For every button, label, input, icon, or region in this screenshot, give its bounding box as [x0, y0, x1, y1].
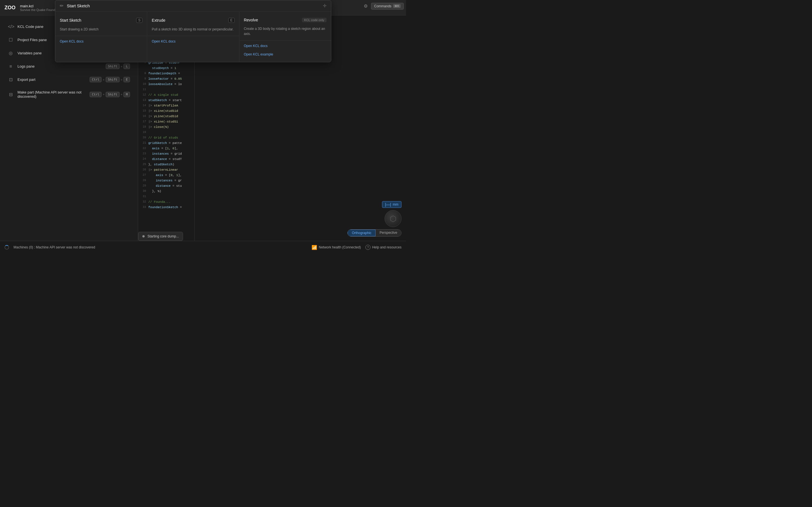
logs-label: Logs pane [17, 64, 102, 68]
view-controls: |—| mm ⬡ Orthographic Perspective [347, 201, 402, 237]
commands-shortcut: ⌘K [393, 4, 401, 8]
project-files-icon: ☐ [8, 37, 13, 43]
revolve-label: Revolve [244, 18, 258, 22]
code-line-30: 30 }, %) [138, 188, 194, 194]
export-label: Export part [17, 77, 86, 82]
code-line-24: 24 distance = studT [138, 156, 194, 162]
command-overlay: ✏ Start Sketch ✛ Start Sketch S Start dr… [55, 0, 331, 62]
revolve-badge: KCL code only [302, 18, 326, 22]
code-line-14: 14 |> startProfileA [138, 103, 194, 108]
key-shift: Shift [106, 77, 119, 82]
command-header: ✏ Start Sketch ✛ [55, 0, 331, 11]
code-line-11: 11 [138, 87, 194, 92]
bug-dot [142, 235, 145, 237]
perspective-button[interactable]: Perspective [375, 230, 401, 236]
command-col-revolve: Revolve KCL code only Create a 3D body b… [239, 11, 331, 62]
code-line-8: 8 foundationDepth = [138, 71, 194, 76]
key-m: M [123, 92, 130, 97]
commands-label: Commands [374, 4, 391, 8]
code-line-29: 29 distance = stu [138, 183, 194, 188]
extrude-desc: Pull a sketch into 3D along its normal o… [147, 25, 239, 35]
revolve-example-link[interactable]: Open KCL example [239, 50, 331, 59]
orthographic-button[interactable]: Orthographic [348, 230, 375, 236]
code-line-22: 22 axis = [1, 0], [138, 146, 194, 151]
code-line-12: 12 // A single stud [138, 92, 194, 98]
code-line-10: 10 looseAbsolute = lo [138, 81, 194, 87]
key-shift: Shift [106, 92, 119, 97]
start-sketch-docs-link[interactable]: Open KCL docs [55, 37, 147, 46]
key-e: E [123, 77, 130, 82]
divider-1 [55, 36, 147, 36]
code-line-26: 26 |> patternLinear [138, 167, 194, 172]
code-line-32: 32 // Founda... [138, 199, 194, 205]
extrude-docs-link[interactable]: Open KCL docs [147, 37, 239, 46]
export-keys: Ctrl + Shift + E [90, 77, 130, 82]
code-line-21: 21 gridSketch = patte [138, 140, 194, 146]
export-icon: ⊡ [8, 77, 13, 82]
status-right: 📶 Network health (Connected) ? Help and … [312, 245, 402, 250]
code-line-13: 13 studSketch = start [138, 98, 194, 103]
unit-ruler-icon: |—| [385, 202, 391, 207]
start-sketch-label: Start Sketch [60, 18, 81, 22]
code-line-33: 33 foundationSketch = [138, 205, 194, 210]
start-sketch-desc: Start drawing a 2D sketch [55, 25, 147, 35]
starting-core-dump-text: Starting core dump... [147, 234, 179, 238]
kcl-code-icon: </> [8, 24, 13, 29]
code-line-19: 19 [138, 129, 194, 135]
settings-icon[interactable]: ⚙ [363, 2, 369, 10]
code-line-15: 15 |> xLine(studSid [138, 108, 194, 114]
code-line-18: 18 |> close(%) [138, 124, 194, 129]
code-line-20: 20 // Grid of studs [138, 135, 194, 140]
make-part-keys: Ctrl + Shift + M [90, 92, 130, 97]
zoo-logo: ZOO [4, 5, 15, 11]
top-right-icons: ⚙ Commands ⌘K [363, 2, 404, 10]
sidebar-item-logs[interactable]: ≡ Logs pane Shift + L [4, 61, 133, 72]
revolve-desc: Create a 3D body by rotating a sketch re… [239, 25, 331, 39]
extrude-label: Extrude [152, 18, 165, 22]
start-sketch-shortcut: S [136, 18, 142, 23]
code-line-16: 16 |> yLine(studSid [138, 114, 194, 119]
network-label: Network health (Connected) [319, 245, 361, 249]
network-health: 📶 Network health (Connected) [312, 245, 361, 250]
command-col-extrude: Extrude E Pull a sketch into 3D along it… [147, 11, 239, 62]
drag-icon[interactable]: ✛ [323, 3, 326, 8]
code-line-7b: studDepth = 1 [138, 65, 194, 71]
code-line-28: 28 instances = gr [138, 178, 194, 183]
divider-2 [147, 36, 239, 36]
bug-popup: Starting core dump... [138, 232, 183, 241]
code-line-27: 27 axis = [0, 1], [138, 172, 194, 178]
command-col-start-sketch: Start Sketch S Start drawing a 2D sketch… [55, 11, 147, 62]
sidebar-item-make-part[interactable]: ⊟ Make part (Machine API server was not … [4, 87, 133, 101]
machine-status-text: Machines (0) : Machine API server was no… [13, 245, 95, 249]
help-resources-link[interactable]: ? Help and resources [365, 245, 402, 250]
key-l: L [123, 64, 130, 69]
key-ctrl: Ctrl [90, 92, 102, 97]
commands-button[interactable]: Commands ⌘K [371, 3, 404, 10]
wifi-icon: 📶 [312, 245, 317, 250]
command-title: Start Sketch [67, 3, 90, 8]
make-part-icon: ⊟ [8, 92, 13, 97]
logs-icon: ≡ [8, 64, 13, 69]
unit-text: mm [393, 203, 398, 207]
nav-cube[interactable]: ⬡ [385, 210, 402, 227]
status-spinner [4, 245, 9, 249]
sketch-icon: ✏ [60, 3, 63, 8]
divider-3 [239, 40, 331, 41]
cube-icon: ⬡ [390, 214, 396, 223]
help-label: Help and resources [372, 245, 402, 249]
variables-icon: ◎ [8, 50, 13, 56]
command-columns: Start Sketch S Start drawing a 2D sketch… [55, 11, 331, 62]
extrude-shortcut: E [229, 18, 235, 23]
view-toggle: Orthographic Perspective [347, 229, 402, 237]
unit-control[interactable]: |—| mm [382, 201, 402, 208]
code-line-31: 31 [138, 194, 194, 199]
extrude-item[interactable]: Extrude E [147, 15, 239, 25]
code-line-23: 23 instances = grid [138, 151, 194, 156]
code-line-25: 25 }, studSketch) [138, 162, 194, 167]
start-sketch-item[interactable]: Start Sketch S [55, 15, 147, 25]
make-part-label: Make part (Machine API server was not di… [17, 90, 86, 99]
sidebar-item-export[interactable]: ⊡ Export part Ctrl + Shift + E [4, 74, 133, 85]
code-line-9: 9 looseFactor = 0.05 [138, 76, 194, 81]
revolve-item[interactable]: Revolve KCL code only [239, 15, 331, 25]
revolve-docs-link[interactable]: Open KCL docs [239, 42, 331, 50]
